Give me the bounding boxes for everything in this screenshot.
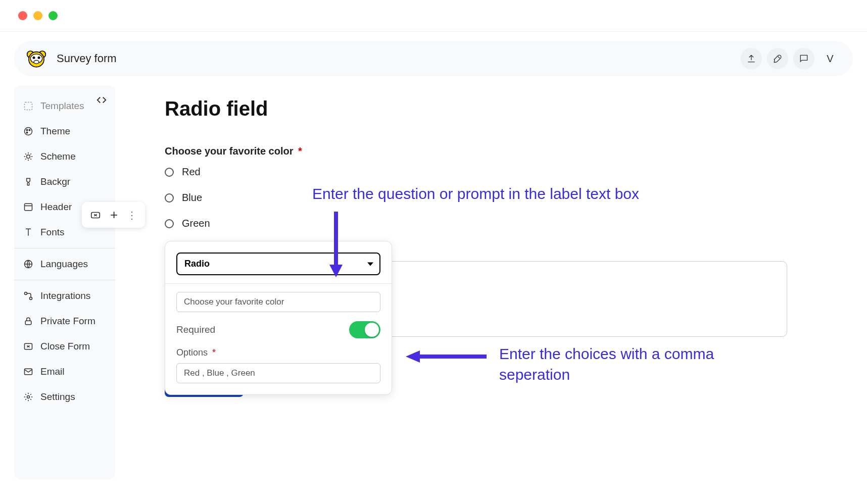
svg-point-17 bbox=[30, 297, 32, 300]
field-type-select[interactable]: Radio bbox=[176, 253, 380, 275]
svg-rect-18 bbox=[25, 321, 31, 325]
config-divider bbox=[165, 283, 392, 284]
brush-icon bbox=[23, 177, 33, 187]
sidebar-item-label: Integrations bbox=[40, 290, 90, 301]
header-icon bbox=[23, 202, 33, 212]
gear-icon bbox=[23, 392, 33, 402]
sun-icon bbox=[23, 152, 33, 162]
header-bar: Survey form V bbox=[14, 41, 853, 76]
page-title: Radio field bbox=[165, 97, 853, 120]
radio-option-label: Blue bbox=[182, 192, 202, 204]
sidebar-divider bbox=[14, 248, 115, 248]
sidebar: Templates Theme Scheme Backgr Header Fon… bbox=[14, 85, 115, 479]
code-toggle-button[interactable] bbox=[96, 94, 107, 106]
sidebar-item-label: Email bbox=[40, 366, 65, 377]
templates-icon bbox=[23, 101, 33, 111]
palette-icon bbox=[23, 126, 33, 136]
upload-button[interactable] bbox=[741, 48, 762, 69]
sidebar-item-theme[interactable]: Theme bbox=[14, 119, 115, 144]
sidebar-item-email[interactable]: Email bbox=[14, 359, 115, 384]
annotation-arrow-left bbox=[406, 349, 487, 366]
sidebar-item-label: Private Form bbox=[40, 316, 95, 327]
upload-icon bbox=[746, 54, 756, 64]
publish-button[interactable] bbox=[767, 48, 788, 69]
sidebar-item-label: Theme bbox=[40, 126, 70, 137]
main-layout: Templates Theme Scheme Backgr Header Fon… bbox=[0, 85, 867, 479]
canvas-area: Radio field Choose your favorite color *… bbox=[130, 85, 853, 479]
svg-point-8 bbox=[25, 128, 32, 135]
window-maximize-icon[interactable] bbox=[49, 11, 58, 20]
svg-point-5 bbox=[38, 57, 40, 59]
field-label: Choose your favorite color * bbox=[165, 145, 853, 157]
radio-option-red[interactable]: Red bbox=[165, 166, 853, 178]
svg-point-21 bbox=[27, 396, 30, 398]
field-label-text: Choose your favorite color bbox=[165, 145, 294, 157]
annotation-arrow-down bbox=[328, 212, 344, 279]
radio-icon[interactable] bbox=[165, 168, 174, 177]
sidebar-item-label: Settings bbox=[40, 391, 75, 402]
sidebar-item-label: Header bbox=[40, 201, 72, 213]
delete-icon[interactable] bbox=[90, 210, 101, 221]
floating-toolbar: + ⋮ bbox=[82, 202, 145, 228]
window-close-icon[interactable] bbox=[18, 11, 27, 20]
radio-icon[interactable] bbox=[165, 219, 174, 228]
add-button[interactable]: + bbox=[110, 207, 118, 223]
sidebar-item-background[interactable]: Backgr bbox=[14, 169, 115, 194]
rocket-icon bbox=[773, 54, 783, 64]
monkey-logo-icon bbox=[26, 48, 46, 69]
sidebar-item-languages[interactable]: Languages bbox=[14, 251, 115, 277]
svg-point-4 bbox=[33, 57, 35, 59]
lock-icon bbox=[23, 316, 33, 326]
config-panel: Radio Required Options * bbox=[165, 241, 392, 395]
sidebar-divider bbox=[14, 280, 115, 280]
globe-icon bbox=[23, 259, 33, 269]
sidebar-item-private-form[interactable]: Private Form bbox=[14, 309, 115, 334]
more-button[interactable]: ⋮ bbox=[127, 209, 137, 221]
app-title: Survey form bbox=[57, 52, 117, 65]
required-row: Required bbox=[176, 321, 380, 338]
integrations-icon bbox=[23, 291, 33, 301]
svg-marker-25 bbox=[406, 350, 420, 363]
comment-button[interactable] bbox=[793, 48, 814, 69]
svg-marker-23 bbox=[329, 265, 343, 277]
svg-rect-7 bbox=[25, 103, 32, 110]
window-controls bbox=[0, 0, 867, 32]
header-right: V bbox=[741, 48, 841, 69]
required-toggle[interactable] bbox=[349, 321, 380, 338]
sidebar-item-close-form[interactable]: Close Form bbox=[14, 334, 115, 359]
radio-option-label: Green bbox=[182, 218, 210, 229]
sidebar-item-label: Templates bbox=[40, 100, 84, 112]
toggle-knob bbox=[365, 323, 379, 337]
svg-point-16 bbox=[25, 292, 27, 295]
options-input[interactable] bbox=[176, 363, 380, 383]
sidebar-item-scheme[interactable]: Scheme bbox=[14, 144, 115, 169]
close-form-icon bbox=[23, 341, 33, 351]
svg-point-9 bbox=[26, 129, 28, 131]
svg-point-6 bbox=[34, 60, 39, 64]
options-label: Options * bbox=[176, 347, 380, 358]
sidebar-item-label: Backgr bbox=[40, 176, 70, 187]
code-icon bbox=[96, 94, 107, 106]
sidebar-item-settings[interactable]: Settings bbox=[14, 384, 115, 410]
svg-point-12 bbox=[27, 155, 30, 159]
annotation-options-line2: seperation bbox=[499, 366, 570, 383]
options-required-indicator: * bbox=[212, 347, 216, 358]
sidebar-item-label: Scheme bbox=[40, 151, 76, 162]
email-icon bbox=[23, 367, 33, 377]
sidebar-item-integrations[interactable]: Integrations bbox=[14, 283, 115, 309]
svg-point-11 bbox=[26, 132, 28, 133]
annotation-options-line1: Enter the choices with a comma bbox=[499, 345, 714, 362]
radio-option-label: Red bbox=[182, 166, 201, 178]
options-label-text: Options bbox=[176, 347, 208, 358]
required-label: Required bbox=[176, 324, 215, 335]
annotation-options-hint: Enter the choices with a comma seperatio… bbox=[499, 344, 714, 385]
outline-box bbox=[358, 261, 787, 337]
annotation-label-hint: Enter the question or prompt in the labe… bbox=[312, 184, 639, 205]
radio-icon[interactable] bbox=[165, 193, 174, 203]
svg-point-10 bbox=[29, 129, 30, 131]
avatar[interactable]: V bbox=[820, 48, 841, 69]
comment-icon bbox=[799, 54, 809, 64]
window-minimize-icon[interactable] bbox=[33, 11, 42, 20]
radio-option-green[interactable]: Green bbox=[165, 218, 853, 229]
label-input[interactable] bbox=[176, 292, 380, 312]
